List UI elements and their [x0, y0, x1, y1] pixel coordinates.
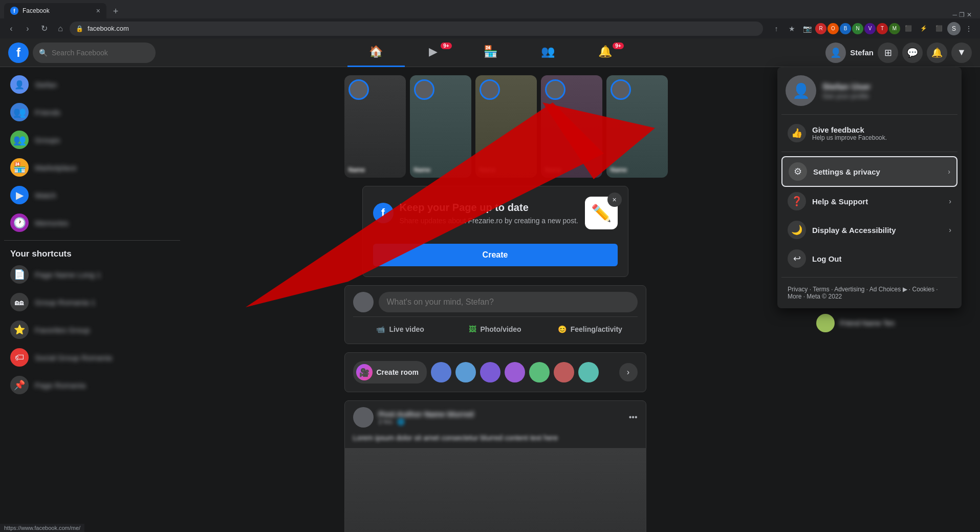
browser-menu-btn[interactable]: ⋮ [962, 22, 976, 36]
profile-button[interactable]: 👤 Stefan [825, 42, 874, 63]
sidebar-shortcut-4[interactable]: 🏷 Social Group Romania [4, 344, 180, 371]
bookmark-btn[interactable]: ★ [785, 22, 799, 36]
dropdown-logout[interactable]: ↩ Log Out [781, 244, 957, 273]
home-button[interactable]: ⌂ [53, 22, 68, 36]
photo-video-btn[interactable]: 🖼 Photo/video [448, 321, 542, 337]
active-tab[interactable]: f Facebook × [4, 3, 106, 18]
alerts-btn[interactable]: 🔔 [927, 42, 947, 63]
story-card-1[interactable]: Name [344, 75, 406, 178]
modal-title: Keep your Page up to date [400, 202, 579, 214]
dropdown-profile-row[interactable]: 👤 Stefan User See your profile [781, 71, 957, 110]
ext-icon-2[interactable]: O [827, 23, 839, 34]
dropdown-settings-privacy[interactable]: ⚙ Settings & privacy › [781, 156, 957, 187]
sidebar-label-profile: Stefan [35, 80, 57, 89]
dropdown-display-accessibility[interactable]: 🌙 Display & Accessibility › [781, 216, 957, 244]
nav-notifications[interactable]: 🔔 9+ [577, 38, 634, 67]
post-input[interactable] [379, 292, 638, 312]
window-restore[interactable]: ❐ [959, 11, 965, 18]
settings-label: Settings & privacy [813, 167, 942, 176]
dropdown-footer: Privacy · Terms · Advertising · Ad Choic… [781, 282, 957, 304]
nav-marketplace[interactable]: 🏪 [462, 38, 519, 67]
fb-logo[interactable]: f [8, 42, 29, 63]
screenshot-btn[interactable]: 📷 [800, 22, 814, 36]
sidebar-item-marketplace[interactable]: 🏪 Marketplace [4, 154, 180, 181]
sidebar-item-friends[interactable]: 👥 Friends [4, 99, 180, 125]
modal-create-button[interactable]: Create [373, 244, 618, 266]
shortcuts-title: Your shortcuts [4, 245, 180, 261]
back-button[interactable]: ‹ [4, 22, 18, 36]
display-chevron: › [949, 226, 951, 234]
room-next-btn[interactable]: › [619, 363, 638, 381]
story-card-4[interactable]: Name [541, 75, 602, 178]
sidebar-shortcut-2[interactable]: 🏘 Group Romania 1 [4, 289, 180, 315]
account-dropdown-btn[interactable]: ▼ [951, 42, 972, 63]
create-room-btn[interactable]: 🎥 Create room [353, 361, 427, 384]
help-icon: ❓ [788, 192, 806, 210]
window-close[interactable]: ✕ [967, 11, 972, 18]
ext-icon-6[interactable]: T [877, 23, 888, 34]
room-row-container: 🎥 Create room › [344, 352, 646, 392]
shortcut-avatar-3: ⭐ [10, 321, 29, 339]
ext-icon-1[interactable]: R [815, 23, 826, 34]
sidebar-item-watch[interactable]: ▶ Watch [4, 182, 180, 208]
address-bar: ‹ › ↻ ⌂ 🔒 facebook.com ↑ ★ 📷 R O B N V T… [0, 18, 980, 38]
extensions-btn[interactable]: ↑ [769, 22, 783, 36]
ext-icon-4[interactable]: N [852, 23, 863, 34]
sidebar-shortcut-5[interactable]: 📌 Page Romania [4, 372, 180, 398]
dropdown-profile-info: Stefan User See your profile [822, 82, 870, 100]
sidebar-item-profile[interactable]: 👤 Stefan [4, 71, 180, 98]
ext-icon-9[interactable]: ⚡ [917, 22, 931, 36]
feed-post-name: Post Author Name blurred [379, 410, 624, 418]
sidebar-item-groups[interactable]: 👥 Groups [4, 126, 180, 153]
nav-video[interactable]: ▶ 9+ [405, 38, 462, 67]
sidebar-left: 👤 Stefan 👥 Friends 👥 Groups 🏪 Marketplac… [0, 67, 184, 532]
feeling-activity-btn[interactable]: 😊 Feeling/activity [542, 321, 637, 337]
tab-title: Facebook [23, 7, 92, 14]
shortcut-avatar-5: 📌 [10, 376, 29, 394]
sidebar-divider-1 [4, 240, 180, 241]
ext-icon-3[interactable]: B [840, 23, 851, 34]
sidebar-item-memories[interactable]: 🕐 Memories [4, 209, 180, 236]
dropdown-profile-sub: See your profile [822, 92, 870, 100]
sidebar-shortcut-1[interactable]: 📄 Page Name Long 1 [4, 261, 180, 288]
url-bar[interactable]: 🔒 facebook.com [70, 22, 763, 36]
contact-item-10[interactable]: Friend Name Ten [810, 311, 976, 335]
room-avatar-6 [554, 362, 574, 382]
video-icon: ▶ [429, 45, 438, 58]
ext-icon-10[interactable]: ⬛ [932, 22, 946, 36]
apps-menu-btn[interactable]: ⊞ [878, 42, 898, 63]
logout-icon: ↩ [788, 249, 806, 268]
nav-groups[interactable]: 👥 [519, 38, 577, 67]
tab-close-btn[interactable]: × [96, 7, 100, 15]
story-ring-4 [545, 79, 565, 100]
shortcut-label-5: Page Romania [35, 381, 85, 390]
ext-icon-8[interactable]: ⬛ [901, 22, 916, 36]
refresh-button[interactable]: ↻ [37, 22, 51, 36]
modal-close-btn[interactable]: × [607, 193, 622, 207]
sidebar-avatar-marketplace: 🏪 [10, 158, 29, 177]
room-row: 🎥 Create room › [353, 357, 638, 388]
nav-home[interactable]: 🏠 [347, 38, 405, 67]
dropdown-give-feedback[interactable]: 👍 Give feedback Help us improve Facebook… [781, 119, 957, 147]
forward-button[interactable]: › [20, 22, 35, 36]
feed-post-1: Post Author Name blurred 2 hrs · 🌐 ••• L… [344, 400, 646, 532]
groups-icon: 👥 [541, 45, 555, 58]
browser-profile-icon[interactable]: S [947, 22, 961, 35]
help-text: Help & Support [812, 197, 943, 206]
messenger-btn[interactable]: 💬 [902, 42, 923, 63]
ext-icon-5[interactable]: V [864, 23, 876, 34]
post-more-btn[interactable]: ••• [629, 413, 638, 422]
story-card-2[interactable]: Name [410, 75, 471, 178]
sidebar-shortcut-3[interactable]: ⭐ Favorites Group [4, 316, 180, 343]
live-video-icon: 📹 [376, 325, 385, 333]
live-video-btn[interactable]: 📹 Live video [353, 321, 448, 337]
search-box[interactable]: 🔍 [33, 42, 156, 63]
story-card-3[interactable]: Name [475, 75, 537, 178]
ext-icon-7[interactable]: M [889, 23, 900, 34]
sidebar-label-groups: Groups [35, 136, 60, 144]
dropdown-help-support[interactable]: ❓ Help & Support › [781, 187, 957, 216]
story-card-5[interactable]: Name [606, 75, 668, 178]
search-input[interactable] [52, 49, 144, 57]
new-tab-button[interactable]: + [108, 4, 123, 18]
window-minimize[interactable]: ─ [952, 11, 957, 18]
